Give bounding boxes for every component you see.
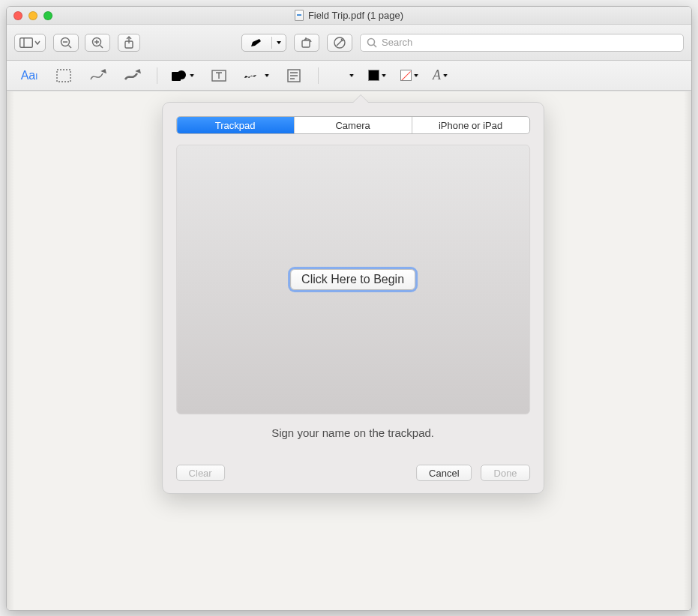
chevron-down-icon xyxy=(264,73,270,79)
chevron-down-icon xyxy=(276,40,282,46)
rotate-left-icon xyxy=(300,36,313,49)
toolbar-divider xyxy=(157,67,157,84)
toolbar-divider xyxy=(318,67,319,84)
window-controls xyxy=(13,11,52,20)
signature-canvas[interactable]: Click Here to Begin xyxy=(176,145,530,414)
svg-line-3 xyxy=(69,45,72,48)
svg-point-14 xyxy=(368,38,375,45)
text-box-icon xyxy=(211,69,226,82)
zoom-window-button[interactable] xyxy=(43,11,52,20)
window-title-area: Field Trip.pdf (1 page) xyxy=(7,10,691,21)
document-icon xyxy=(295,10,304,21)
zoom-out-icon xyxy=(59,36,73,49)
preview-window: Field Trip.pdf (1 page) xyxy=(6,6,692,611)
font-icon: A xyxy=(433,67,441,83)
line-weight-icon xyxy=(332,70,347,81)
sketch-icon xyxy=(89,69,107,82)
zoom-in-icon xyxy=(91,36,104,49)
font-button[interactable]: A xyxy=(433,67,448,83)
minimize-window-button[interactable] xyxy=(28,11,37,20)
border-color-button[interactable] xyxy=(368,70,387,81)
close-window-button[interactable] xyxy=(13,11,22,20)
note-icon xyxy=(287,69,301,82)
signature-source-tabs: Trackpad Camera iPhone or iPad xyxy=(176,116,530,134)
sidebar-view-button[interactable] xyxy=(14,34,46,52)
markup-button[interactable] xyxy=(327,34,352,52)
done-button[interactable]: Done xyxy=(481,465,530,481)
popover-arrow xyxy=(353,95,368,103)
fill-color-swatch xyxy=(400,70,412,81)
search-placeholder: Search xyxy=(382,37,412,48)
chevron-down-icon xyxy=(349,73,355,79)
highlight-button[interactable] xyxy=(241,34,286,52)
note-button[interactable] xyxy=(283,66,304,85)
chevron-down-icon xyxy=(442,73,448,79)
svg-rect-12 xyxy=(302,40,310,47)
draw-icon xyxy=(124,69,142,82)
begin-signature-button[interactable]: Click Here to Begin xyxy=(290,269,415,290)
signature-icon xyxy=(243,69,262,82)
text-box-button[interactable] xyxy=(208,66,229,85)
border-width-button[interactable] xyxy=(332,70,355,81)
clear-button[interactable]: Clear xyxy=(176,465,225,481)
chevron-down-icon xyxy=(34,40,40,46)
text-style-button[interactable]: AaI xyxy=(19,66,40,85)
title-bar: Field Trip.pdf (1 page) xyxy=(7,7,691,25)
zoom-group xyxy=(53,34,110,52)
tab-iphone-ipad[interactable]: iPhone or iPad xyxy=(412,117,529,133)
tab-camera[interactable]: Camera xyxy=(295,117,412,133)
markup-toolbar: AaI xyxy=(7,61,691,91)
signature-popover: Trackpad Camera iPhone or iPad Click Her… xyxy=(162,102,544,494)
markup-icon xyxy=(333,36,346,49)
draw-button[interactable] xyxy=(122,66,143,85)
cancel-button[interactable]: Cancel xyxy=(416,465,472,481)
share-icon xyxy=(123,36,135,49)
share-button[interactable] xyxy=(118,34,140,52)
svg-line-6 xyxy=(100,45,103,48)
chevron-down-icon xyxy=(413,73,419,79)
tab-trackpad[interactable]: Trackpad xyxy=(177,117,295,133)
chevron-down-icon xyxy=(189,73,195,79)
zoom-in-button[interactable] xyxy=(85,34,110,52)
text-style-icon: AaI xyxy=(21,69,38,82)
highlighter-icon xyxy=(249,37,265,49)
search-icon xyxy=(367,37,377,48)
rotate-button[interactable] xyxy=(294,34,319,52)
border-color-swatch xyxy=(368,70,379,81)
sketch-button[interactable] xyxy=(88,66,109,85)
search-field[interactable]: Search xyxy=(360,34,684,52)
svg-point-18 xyxy=(177,70,186,79)
chevron-down-icon xyxy=(381,73,387,79)
document-area: Trackpad Camera iPhone or iPad Click Her… xyxy=(7,91,691,610)
selection-icon xyxy=(56,69,71,82)
window-title: Field Trip.pdf (1 page) xyxy=(308,10,403,21)
sign-button[interactable] xyxy=(243,69,270,82)
shapes-icon xyxy=(171,69,187,82)
shapes-button[interactable] xyxy=(171,69,195,82)
main-toolbar: Search xyxy=(7,25,691,61)
svg-rect-16 xyxy=(57,70,70,82)
svg-rect-0 xyxy=(20,37,33,47)
fill-color-button[interactable] xyxy=(400,70,419,81)
svg-line-15 xyxy=(374,44,377,47)
signature-instruction: Sign your name on the trackpad. xyxy=(176,426,530,439)
sidebar-icon xyxy=(19,37,33,48)
zoom-out-button[interactable] xyxy=(53,34,79,52)
rectangular-selection-button[interactable] xyxy=(53,66,74,85)
popover-button-row: Clear Cancel Done xyxy=(176,465,530,481)
